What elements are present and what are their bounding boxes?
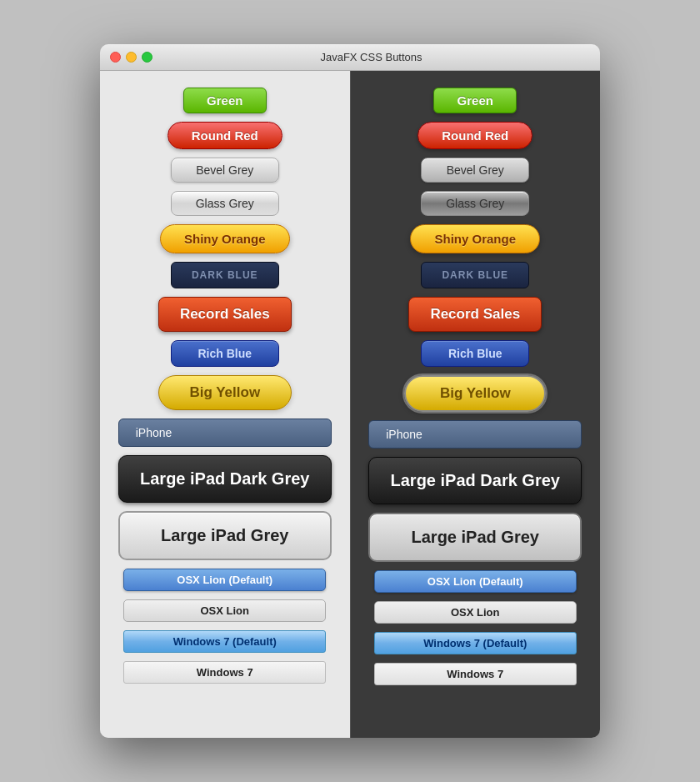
big-yellow-button-dark[interactable]: Big Yellow bbox=[404, 375, 546, 412]
rich-blue-button-dark[interactable]: Rich Blue bbox=[421, 340, 529, 367]
win7-default-button-dark[interactable]: Windows 7 (Default) bbox=[374, 632, 577, 654]
titlebar: JavaFX CSS Buttons bbox=[100, 44, 600, 71]
iphone-button-light[interactable]: iPhone bbox=[118, 419, 332, 447]
rich-blue-button-light[interactable]: Rich Blue bbox=[171, 340, 279, 367]
round-red-button-light[interactable]: Round Red bbox=[168, 122, 282, 149]
right-panel: Green Round Red Bevel Grey Glass Grey Sh… bbox=[351, 71, 601, 738]
left-panel: Green Round Red Bevel Grey Glass Grey Sh… bbox=[100, 71, 350, 738]
win7-button-light[interactable]: Windows 7 bbox=[123, 661, 326, 684]
green-button-dark[interactable]: Green bbox=[433, 88, 517, 113]
ipad-grey-button-dark[interactable]: Large iPad Grey bbox=[368, 513, 582, 562]
ipad-dark-button-dark[interactable]: Large iPad Dark Grey bbox=[368, 457, 582, 504]
shiny-orange-button-dark[interactable]: Shiny Orange bbox=[410, 224, 540, 253]
osx-lion-default-button-dark[interactable]: OSX Lion (Default) bbox=[374, 570, 577, 593]
iphone-button-dark[interactable]: iPhone bbox=[368, 420, 582, 449]
round-red-button-dark[interactable]: Round Red bbox=[418, 122, 532, 149]
green-button-light[interactable]: Green bbox=[183, 88, 267, 113]
big-yellow-button-light[interactable]: Big Yellow bbox=[158, 375, 292, 410]
win7-button-dark[interactable]: Windows 7 bbox=[374, 663, 577, 685]
bevel-grey-button-dark[interactable]: Bevel Grey bbox=[421, 158, 529, 183]
traffic-lights bbox=[110, 52, 152, 63]
record-sales-button-light[interactable]: Record Sales bbox=[158, 297, 292, 332]
window-body: Green Round Red Bevel Grey Glass Grey Sh… bbox=[100, 71, 600, 738]
shiny-orange-button-light[interactable]: Shiny Orange bbox=[160, 224, 290, 253]
minimize-button[interactable] bbox=[126, 52, 137, 63]
glass-grey-button-dark[interactable]: Glass Grey bbox=[421, 191, 529, 216]
dark-blue-button-light[interactable]: DARK BLUE bbox=[171, 262, 279, 288]
record-sales-button-dark[interactable]: Record Sales bbox=[408, 297, 542, 332]
osx-lion-button-dark[interactable]: OSX Lion bbox=[374, 601, 577, 624]
glass-grey-button-light[interactable]: Glass Grey bbox=[171, 191, 279, 216]
bevel-grey-button-light[interactable]: Bevel Grey bbox=[171, 158, 279, 183]
win7-default-button-light[interactable]: Windows 7 (Default) bbox=[123, 630, 326, 653]
ipad-dark-button-light[interactable]: Large iPad Dark Grey bbox=[118, 455, 332, 503]
osx-lion-default-button-light[interactable]: OSX Lion (Default) bbox=[123, 569, 326, 591]
osx-lion-button-light[interactable]: OSX Lion bbox=[123, 599, 326, 622]
dark-blue-button-dark[interactable]: DARK BLUE bbox=[421, 262, 529, 288]
close-button[interactable] bbox=[110, 52, 121, 63]
maximize-button[interactable] bbox=[142, 52, 152, 63]
ipad-grey-button-light[interactable]: Large iPad Grey bbox=[118, 511, 332, 560]
main-window: JavaFX CSS Buttons Green Round Red Bevel… bbox=[100, 44, 600, 738]
window-title: JavaFX CSS Buttons bbox=[152, 51, 590, 63]
